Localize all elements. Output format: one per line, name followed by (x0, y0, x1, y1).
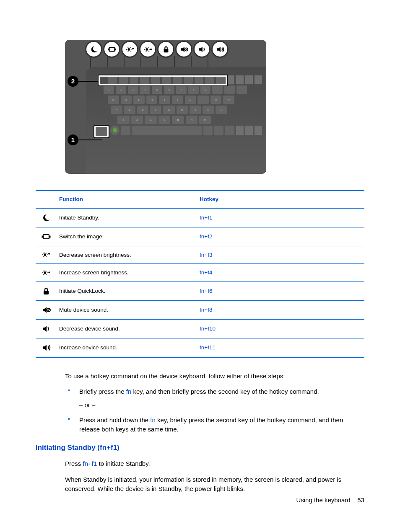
mute-icon (175, 41, 192, 58)
hotkey-icon-callouts (83, 40, 231, 59)
or-separator: – or – (79, 400, 364, 410)
hotkey-link[interactable]: fn+f11 (200, 338, 364, 357)
table-row: Increase device sound.fn+f11 (36, 338, 364, 357)
hotkey-link[interactable]: fn+f6 (200, 281, 364, 300)
paragraph: When Standby is initiated, your informat… (65, 475, 364, 493)
table-row: Switch the image.fn+f2 (36, 227, 364, 246)
fn-key-highlight (94, 126, 109, 137)
moon-icon (85, 41, 102, 58)
paragraph: Press fn+f1 to initiate Standby. (65, 459, 364, 468)
intro-text: To use a hotkey command on the device ke… (65, 372, 364, 381)
table-row: Increase screen brightness.fn+f4 (36, 264, 364, 282)
moon-icon (36, 208, 59, 227)
hotkey-link[interactable]: fn+f8 (200, 300, 364, 319)
hotkey-reference-table: Function Hotkey Initiate Standby.fn+f1 S… (36, 190, 364, 358)
switch-image-icon (36, 227, 59, 246)
table-row: Initiate Standby.fn+f1 (36, 208, 364, 227)
brightness-down-icon (121, 41, 138, 58)
hotkey-link[interactable]: fn+f3 (200, 246, 364, 264)
brightness-down-icon (36, 246, 59, 264)
table-row: Decrease screen brightness.fn+f3 (36, 246, 364, 264)
hotkey-link[interactable]: fn+f10 (200, 319, 364, 338)
volume-up-icon (211, 41, 229, 58)
page-footer: Using the keyboard 53 (0, 496, 364, 505)
table-row: Mute device sound.fn+f8 (36, 300, 364, 319)
brightness-up-icon (139, 41, 156, 58)
table-row: Decrease device sound.fn+f10 (36, 319, 364, 338)
lock-icon (157, 41, 174, 58)
brightness-up-icon (36, 264, 59, 282)
th-hotkey: Hotkey (200, 191, 364, 208)
callout-2: 2 (68, 76, 78, 87)
mute-icon (36, 300, 59, 319)
hotkey-link[interactable]: fn+f4 (200, 264, 364, 282)
callout-1: 1 (68, 134, 78, 145)
hotkey-link[interactable]: fn+f2 (200, 227, 364, 246)
list-item: Press and hold down the fn key, briefly … (65, 416, 364, 434)
lock-icon (36, 281, 59, 300)
switch-image-icon (103, 41, 120, 58)
hotkey-keyboard-figure: 1234567890 QWERTYUIOP ASDFGHJKL ZXCVBNM (65, 40, 364, 174)
section-heading: Initiating Standby (fn+f1) (36, 443, 364, 453)
fn-text: fn (126, 388, 132, 395)
hotkey-link[interactable]: fn+f1 (200, 208, 364, 227)
th-function: Function (59, 191, 200, 208)
list-item: Briefly press the fn key, and then brief… (65, 387, 364, 410)
volume-down-icon (36, 319, 59, 338)
volume-down-icon (193, 41, 210, 58)
table-row: Initiate QuickLock.fn+f6 (36, 281, 364, 300)
fn-text: fn (150, 416, 156, 424)
volume-up-icon (36, 338, 59, 357)
fn-text: fn+f1 (83, 460, 97, 467)
